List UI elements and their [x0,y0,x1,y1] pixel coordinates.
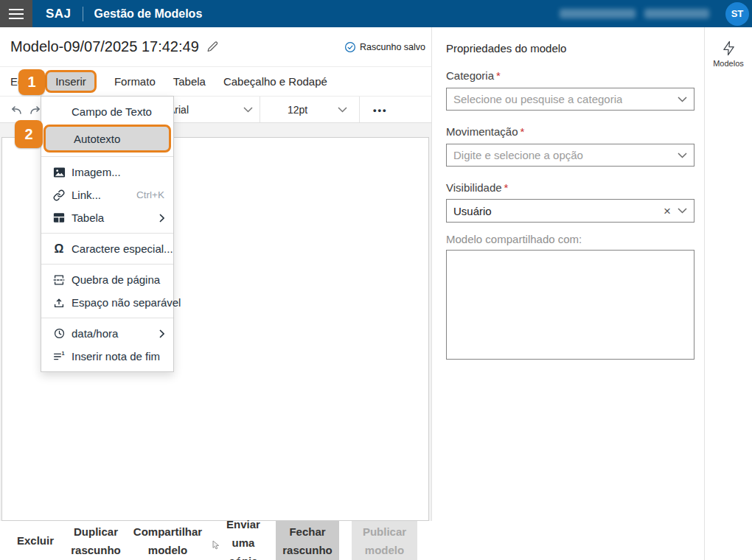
menu-formato[interactable]: Formato [114,75,156,88]
table-icon [52,212,66,223]
font-size-select[interactable]: 12pt [288,104,307,116]
excluir-button[interactable]: Excluir [13,521,58,560]
right-rail: Modelos [704,27,752,560]
required-asterisk: * [496,69,501,82]
save-status: Rascunho salvo [344,41,425,53]
document-title-row: Modelo-09/07/2025 17:42:49 Rascunho salv… [0,27,432,67]
non-breaking-space-icon [52,296,66,309]
saj-logo: SAJ [46,7,72,21]
step-1-callout-badge: 1 [18,69,45,95]
mouse-cursor-icon [212,540,220,550]
movimentacao-label: Movimentação* [446,125,524,138]
chevron-right-icon [159,214,164,223]
fechar-rascunho-button[interactable]: Fechar rascunho [276,521,339,560]
app-title: Gestão de Modelos [94,7,203,21]
page-break-icon [52,273,66,287]
enviar-uma-copia-button[interactable]: Enviar uma cópia [223,515,263,560]
menu-separator [41,318,173,318]
image-icon [52,167,66,178]
menu-cabecalho-rodape[interactable]: Cabeçalho e Rodapé [223,75,327,88]
clock-icon [52,327,66,340]
undo-icon[interactable] [9,102,24,117]
menu-item-inserir-nota-de-fim[interactable]: 1 Inserir nota de fim [41,345,173,368]
lightning-icon [722,41,736,56]
top-bar: SAJ Gestão de Modelos ST [0,0,752,27]
menu-item-tabela[interactable]: Tabela [41,206,173,229]
avatar[interactable]: ST [725,2,749,26]
menu-item-imagem[interactable]: Imagem... [41,161,173,183]
clear-x-icon[interactable]: × [664,205,671,217]
chevron-down-icon [678,153,687,158]
chevron-right-icon [159,329,164,338]
rail-item-label: Modelos [713,59,744,68]
menu-item-link[interactable]: Link... Ctrl+K [41,183,173,206]
publicar-modelo-button[interactable]: Publicar modelo [352,521,417,560]
categoria-label: Categoria* [446,69,501,82]
menu-item-campo-de-texto[interactable]: Campo de Texto [41,100,173,123]
properties-panel: Propriedades do modelo Categoria* Seleci… [432,27,704,560]
step-2-callout-badge: 2 [15,120,43,148]
chevron-down-icon[interactable] [243,107,253,113]
compartilhar-modelo-button[interactable]: Compartilhar modelo [125,521,210,560]
shared-with-box[interactable] [446,250,694,360]
visibilidade-label: Visibilidade* [446,181,508,194]
menu-item-caractere-especial[interactable]: Ω Caractere especial... [41,237,173,260]
rail-item-modelos[interactable]: Modelos [705,41,752,68]
toolbar-divider [260,97,260,122]
menu-separator [41,233,173,234]
shared-with-label: Modelo compartilhado com: [446,233,582,245]
chevron-down-icon[interactable] [338,107,347,113]
menu-item-data-hora[interactable]: data/hora [41,322,173,345]
menu-separator [41,156,173,157]
document-title: Modelo-09/07/2025 17:42:49 [10,38,199,55]
brand-divider [83,7,83,21]
menu-bar: Editar Inserir Formato Tabela Cabeçalho … [0,67,432,97]
menu-inserir[interactable]: Inserir [45,70,97,93]
menu-tabela[interactable]: Tabela [173,75,206,88]
redacted-user-info [560,9,636,18]
movimentacao-select[interactable]: Digite e selecione a opção [446,144,694,167]
gestao-de-modelos-app: SAJ Gestão de Modelos ST Modelo-09/07/20… [0,0,752,560]
menu-item-quebra-de-pagina[interactable]: Quebra de página [41,268,173,291]
menu-item-autotexto[interactable]: Autotexto [43,125,171,153]
required-asterisk: * [504,181,509,194]
omega-icon: Ω [52,242,66,256]
visibilidade-value: Usuário [453,205,492,217]
menu-separator [41,264,173,265]
categoria-select[interactable]: Selecione ou pesquise a categoria [446,88,694,111]
endnote-icon: 1 [52,350,66,363]
insert-dropdown-menu: Campo de Texto Autotexto Imagem... Link.… [41,96,174,372]
properties-panel-title: Propriedades do modelo [446,42,566,55]
shortcut-label: Ctrl+K [136,189,164,200]
more-options-button[interactable]: ••• [373,104,388,115]
check-circle-icon [344,41,356,53]
hamburger-menu-icon[interactable] [0,0,32,27]
chevron-down-icon [678,97,687,102]
chevron-down-icon [678,208,687,214]
redacted-user-info [644,9,709,18]
link-icon [52,189,66,201]
required-asterisk: * [521,125,525,138]
save-status-label: Rascunho salvo [360,42,425,52]
visibilidade-select[interactable]: Usuário × [446,199,694,223]
svg-text:1: 1 [62,350,65,357]
menu-item-espaco-nao-separavel[interactable]: Espaço não separável [41,291,173,314]
toolbar-divider [359,97,360,122]
duplicar-rascunho-button[interactable]: Duplicar rascunho [66,521,125,560]
footer-action-bar: Excluir Duplicar rascunho Compartilhar m… [0,521,432,560]
edit-pencil-icon[interactable] [206,41,219,53]
